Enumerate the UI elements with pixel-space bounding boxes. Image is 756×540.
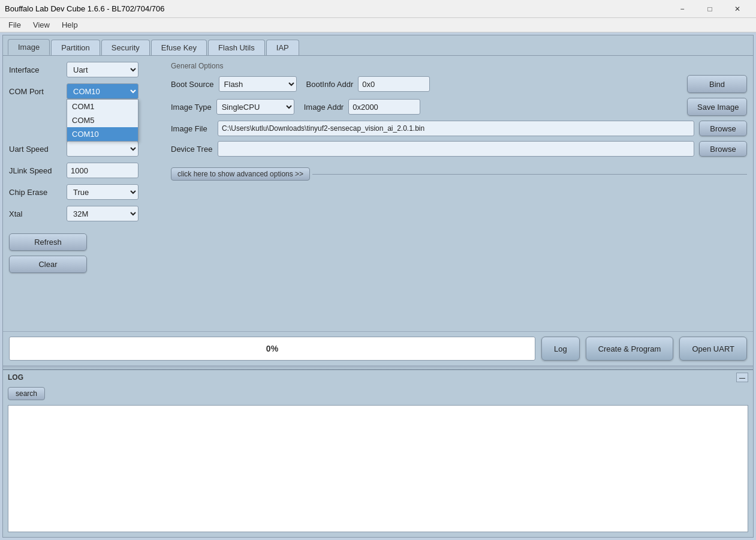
xtal-select[interactable]: 32M xyxy=(67,206,138,221)
advanced-line xyxy=(312,174,747,175)
jlink-speed-input[interactable]: 1000 xyxy=(67,163,138,178)
progress-bar-container: 0% xyxy=(9,337,535,361)
tabs: Image Partition Security Efuse Key Flash… xyxy=(3,35,753,55)
clear-button[interactable]: Clear xyxy=(9,256,87,273)
log-toolbar: search xyxy=(3,385,753,403)
com-option-com1[interactable]: COM1 xyxy=(67,100,138,113)
tab-iap[interactable]: IAP xyxy=(266,40,299,55)
menubar: File View Help xyxy=(0,18,756,32)
log-title: LOG xyxy=(8,373,23,382)
uart-speed-row: Uart Speed xyxy=(9,141,165,157)
tab-efuse-key[interactable]: Efuse Key xyxy=(151,40,207,55)
left-panel: Interface Uart COM Port COM1 COM5 COM10 xyxy=(9,62,165,325)
maximize-button[interactable]: □ xyxy=(696,0,724,18)
log-header: LOG — xyxy=(3,370,753,385)
interface-row: Interface Uart xyxy=(9,62,165,77)
titlebar: Bouffalo Lab Dev Cube 1.6.6 - BL702/704/… xyxy=(0,0,756,18)
image-type-label: Image Type xyxy=(171,103,212,112)
device-tree-label: Device Tree xyxy=(171,145,213,154)
com-option-com5[interactable]: COM5 xyxy=(67,113,138,127)
refresh-button[interactable]: Refresh xyxy=(9,233,87,251)
titlebar-title: Bouffalo Lab Dev Cube 1.6.6 - BL702/704/… xyxy=(5,4,164,13)
log-area[interactable] xyxy=(8,405,748,532)
bind-button[interactable]: Bind xyxy=(687,75,747,93)
uart-speed-label: Uart Speed xyxy=(9,145,63,154)
uart-speed-select[interactable] xyxy=(67,141,138,157)
bootinfo-addr-input[interactable] xyxy=(358,76,430,92)
chip-erase-label: Chip Erase xyxy=(9,188,63,197)
image-type-select[interactable]: SingleCPU xyxy=(216,99,294,115)
progress-text: 0% xyxy=(266,344,278,353)
create-program-button[interactable]: Create & Program xyxy=(586,337,674,361)
tab-image[interactable]: Image xyxy=(8,39,50,55)
device-tree-input[interactable] xyxy=(218,141,694,157)
jlink-speed-label: JLink Speed xyxy=(9,166,63,175)
tab-security[interactable]: Security xyxy=(101,40,150,55)
boot-source-select[interactable]: Flash xyxy=(219,76,297,92)
upper-section: Interface Uart COM Port COM1 COM5 COM10 xyxy=(3,56,753,331)
minimize-button[interactable]: − xyxy=(668,0,696,18)
image-file-label: Image File xyxy=(171,124,213,133)
menu-help[interactable]: Help xyxy=(56,19,84,31)
advanced-options-row: click here to show advanced options >> xyxy=(171,167,747,181)
save-image-button[interactable]: Save Image xyxy=(687,98,747,116)
menu-file[interactable]: File xyxy=(2,19,27,31)
xtal-row: Xtal 32M xyxy=(9,206,165,221)
content: Interface Uart COM Port COM1 COM5 COM10 xyxy=(3,55,753,365)
tab-partition[interactable]: Partition xyxy=(51,40,100,55)
com-port-select[interactable]: COM1 COM5 COM10 xyxy=(67,83,138,99)
image-addr-input[interactable] xyxy=(348,99,420,115)
main-window: Image Partition Security Efuse Key Flash… xyxy=(2,35,754,538)
close-button[interactable]: ✕ xyxy=(724,0,751,18)
advanced-options-button[interactable]: click here to show advanced options >> xyxy=(171,167,310,181)
general-options-label: General Options xyxy=(171,62,747,70)
tab-flash-utils[interactable]: Flash Utils xyxy=(208,40,265,55)
open-uart-button[interactable]: Open UART xyxy=(679,337,747,361)
right-panel: General Options Boot Source Flash BootIn… xyxy=(171,62,747,325)
com-port-label: COM Port xyxy=(9,87,63,96)
browse2-button[interactable]: Browse xyxy=(699,141,747,157)
chip-erase-row: Chip Erase True False xyxy=(9,184,165,200)
chip-erase-select[interactable]: True False xyxy=(67,184,138,200)
interface-label: Interface xyxy=(9,65,63,74)
log-section: LOG — search xyxy=(3,369,753,537)
boot-source-label: Boot Source xyxy=(171,80,214,89)
image-file-input[interactable] xyxy=(218,121,694,136)
titlebar-controls: − □ ✕ xyxy=(668,0,751,18)
interface-select[interactable]: Uart xyxy=(67,62,138,77)
com-dropdown-open: COM1 COM5 COM10 xyxy=(67,99,138,142)
left-buttons: Refresh Clear xyxy=(9,233,165,273)
menu-view[interactable]: View xyxy=(27,19,56,31)
image-addr-label: Image Addr xyxy=(304,103,344,112)
xtal-label: Xtal xyxy=(9,209,63,218)
log-collapse-button[interactable]: — xyxy=(736,373,748,382)
log-button[interactable]: Log xyxy=(541,337,580,361)
progress-section: 0% Log Create & Program Open UART xyxy=(3,331,753,365)
jlink-speed-row: JLink Speed 1000 xyxy=(9,163,165,178)
browse1-button[interactable]: Browse xyxy=(699,121,747,136)
search-button[interactable]: search xyxy=(8,387,45,400)
bootinfo-addr-label: BootInfo Addr xyxy=(306,80,354,89)
com-port-row: COM Port COM1 COM5 COM10 COM1 COM5 COM10 xyxy=(9,83,165,99)
com-option-com10[interactable]: COM10 xyxy=(67,127,138,141)
